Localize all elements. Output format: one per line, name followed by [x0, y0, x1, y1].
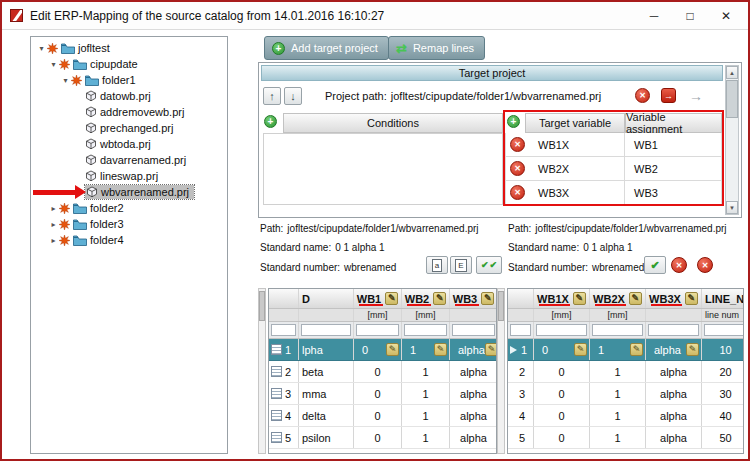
edit-pencil-icon[interactable]: ✎	[385, 292, 398, 305]
column-header-wb1x[interactable]: WB1X ✎	[534, 289, 590, 308]
chevron-down-icon[interactable]: ▾	[48, 60, 59, 69]
edit-pencil-icon[interactable]: ✎	[573, 292, 586, 305]
move-up-button[interactable]: ↑	[263, 87, 281, 105]
tree-item-folder3[interactable]: ▸ folder3	[31, 216, 227, 232]
middle-table-scrollbar[interactable]	[497, 288, 505, 454]
scrollbar-thumb[interactable]	[726, 80, 738, 118]
table-row-selected[interactable]: 1 lpha 0✎ 1✎ alpha✎	[269, 339, 496, 361]
column-header-d[interactable]: D	[299, 289, 354, 308]
left-table-scrollbar[interactable]	[258, 288, 266, 454]
table-row[interactable]: 4 0 1 alpha 40	[508, 405, 743, 427]
add-condition-button[interactable]: +	[264, 115, 277, 128]
tree-item-project[interactable]: datowb.prj	[31, 88, 227, 104]
tree-item-project[interactable]: prechanged.prj	[31, 120, 227, 136]
edit-pencil-icon[interactable]: ✎	[386, 343, 399, 356]
mapping-row[interactable]: ✕ WB2X WB2	[505, 157, 722, 181]
conditions-header[interactable]: Conditions	[283, 113, 503, 133]
mapping-row[interactable]: ✕ WB1X WB1	[505, 133, 722, 157]
tree-item-folder4[interactable]: ▸ folder4	[31, 232, 227, 248]
filter-input[interactable]	[704, 324, 744, 336]
scrollbar-thumb[interactable]	[498, 291, 504, 321]
filter-input[interactable]	[271, 324, 296, 336]
accept-button[interactable]: ✔	[644, 256, 666, 274]
edit-pencil-icon[interactable]: ✎	[574, 343, 587, 356]
filter-input[interactable]	[404, 324, 447, 336]
remove-target-project-button[interactable]: ✕	[635, 88, 650, 103]
filter-input[interactable]	[536, 324, 587, 336]
tree-item-project[interactable]: lineswap.prj	[31, 168, 227, 184]
tree-item-jofltest[interactable]: ▾ jofltest	[31, 40, 227, 56]
edit-pencil-icon[interactable]: ✎	[629, 292, 642, 305]
move-down-button[interactable]: ↓	[284, 87, 302, 105]
scroll-up-icon[interactable]: ▲	[726, 66, 738, 79]
corner-header-cell	[269, 289, 299, 308]
tree-item-folder2[interactable]: ▸ folder2	[31, 200, 227, 216]
filter-input[interactable]	[301, 324, 351, 336]
chevron-right-icon[interactable]: ▸	[48, 204, 59, 213]
column-header-wb2x[interactable]: WB2X ✎	[590, 289, 646, 308]
column-header-line[interactable]: LINE_N	[702, 289, 744, 308]
cell-value: 1	[614, 366, 620, 378]
edit-pencil-icon[interactable]: ✎	[686, 343, 699, 356]
tree-item-project[interactable]: wbtoda.prj	[31, 136, 227, 152]
chevron-right-icon[interactable]: ▸	[48, 236, 59, 245]
conditions-body[interactable]	[263, 133, 503, 205]
tree-item-project[interactable]: davarrenamed.prj	[31, 152, 227, 168]
filter-input[interactable]	[452, 324, 495, 336]
edit-pencil-icon[interactable]: ✎	[481, 292, 494, 305]
edit-pencil-icon[interactable]: ✎	[434, 343, 447, 356]
maximize-button[interactable]: □	[672, 2, 708, 29]
reject-button[interactable]: ✕	[671, 257, 687, 273]
chevron-down-icon[interactable]: ▾	[60, 76, 71, 85]
filter-input[interactable]	[356, 324, 399, 336]
catalog-burst-icon	[59, 203, 70, 214]
mapping-row[interactable]: ✕ WB3X WB3	[505, 181, 722, 205]
scrollbar-thumb[interactable]	[259, 291, 265, 321]
column-header-wb2[interactable]: WB2 ✎	[402, 289, 450, 308]
delete-mapping-button[interactable]: ✕	[510, 185, 525, 200]
table-row[interactable]: 4 delta 0 1 alpha	[269, 405, 496, 427]
table-row[interactable]: 5 0 1 alpha 50	[508, 427, 743, 449]
standard-name-tool-button[interactable]: a	[426, 256, 448, 274]
variable-assignment-header[interactable]: Variable assignment	[625, 113, 722, 133]
filter-input[interactable]	[648, 324, 699, 336]
table-row[interactable]: 2 beta 0 1 alpha	[269, 361, 496, 383]
add-mapping-button[interactable]: +	[507, 115, 520, 128]
table-row[interactable]: 3 mma 0 1 alpha	[269, 383, 496, 405]
target-variable-header[interactable]: Target variable	[525, 113, 625, 133]
table-row[interactable]: 2 0 1 alpha 20	[508, 361, 743, 383]
table-row[interactable]: 3 0 1 alpha 30	[508, 383, 743, 405]
filter-input[interactable]	[510, 324, 531, 336]
table-row-selected[interactable]: 1 0✎ 1✎ alpha✎ 10	[508, 339, 743, 361]
filter-row	[508, 322, 743, 339]
edit-pencil-icon[interactable]: ✎	[485, 343, 497, 356]
standard-number-tool-button[interactable]: E	[450, 256, 472, 274]
delete-mapping-button[interactable]: ✕	[510, 137, 525, 152]
chevron-right-icon[interactable]: ▸	[48, 220, 59, 229]
minimize-button[interactable]: ─	[636, 2, 672, 29]
filter-input[interactable]	[592, 324, 643, 336]
table-row[interactable]: 5 psilon 0 1 alpha	[269, 427, 496, 449]
tree-item-project[interactable]: addremovewb.prj	[31, 104, 227, 120]
reject-all-button[interactable]: ✕	[697, 257, 713, 273]
scroll-down-icon[interactable]: ▼	[726, 201, 738, 214]
edit-pencil-icon[interactable]: ✎	[433, 292, 446, 305]
open-project-button[interactable]: →	[661, 88, 676, 103]
tree-item-label: folder2	[90, 202, 124, 214]
edit-pencil-icon[interactable]: ✎	[685, 292, 698, 305]
add-target-project-button[interactable]: + Add target project	[264, 36, 389, 60]
column-header-wb3x[interactable]: WB3X ✎	[646, 289, 702, 308]
column-header-wb3[interactable]: WB3 ✎	[450, 289, 497, 308]
panel-scrollbar[interactable]: ▲ ▼	[725, 65, 739, 215]
chevron-down-icon[interactable]: ▾	[36, 44, 47, 53]
delete-mapping-button[interactable]: ✕	[510, 161, 525, 176]
tree-item-cipupdate[interactable]: ▾ cipupdate	[31, 56, 227, 72]
edit-pencil-icon[interactable]: ✎	[630, 343, 643, 356]
remap-lines-button[interactable]: ⇄ Remap lines	[388, 36, 485, 60]
titlebar[interactable]: Edit ERP-Mapping of the source catalog f…	[2, 2, 748, 30]
close-button[interactable]: ✕	[708, 2, 744, 29]
catalog-tree: ▾ jofltest ▾ cipupdate ▾ folder1 datowb.…	[30, 36, 228, 454]
column-header-wb1[interactable]: WB1 ✎	[354, 289, 402, 308]
tree-item-folder1[interactable]: ▾ folder1	[31, 72, 227, 88]
apply-all-button[interactable]: ✔ ✔	[476, 256, 502, 274]
